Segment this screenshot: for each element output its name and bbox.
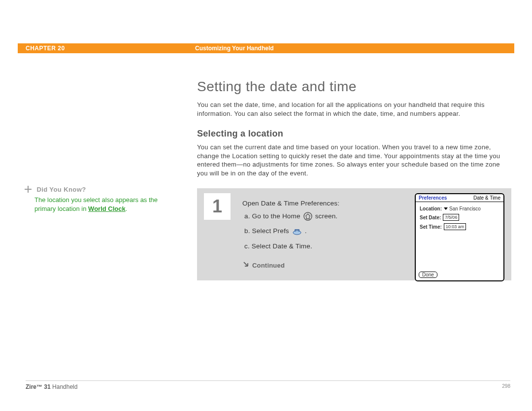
continued-label: Continued [252, 260, 285, 272]
set-date-value[interactable]: 7/5/06 [443, 214, 459, 221]
device-subtitle: Date & Time [473, 195, 500, 201]
did-you-know: Did You Know? The location you select al… [25, 185, 163, 213]
world-clock-link[interactable]: World Clock [88, 205, 126, 212]
svg-point-1 [293, 231, 301, 235]
step-a-post: screen. [315, 212, 338, 220]
footer-product-rest: Handheld [51, 383, 78, 390]
footer-product-bold: Zire™ 31 [26, 383, 51, 390]
step-a-pre: a. Go to the Home [244, 212, 302, 220]
subsection-title: Selecting a location [197, 129, 510, 139]
home-icon [303, 212, 312, 225]
chapter-label: CHAPTER 20 [26, 45, 65, 52]
step-number: 1 [204, 193, 231, 220]
device-body: Location: San Francisco Set Date: 7/5/06… [416, 202, 503, 237]
main-content: Setting the date and time You can set th… [197, 79, 510, 188]
set-date-label: Set Date: [420, 215, 441, 220]
device-screenshot: Preferences Date & Time Location: San Fr… [415, 193, 504, 281]
set-time-value[interactable]: 10:03 am [444, 223, 466, 230]
continued-arrow-icon [242, 260, 249, 272]
did-you-know-label: Did You Know? [36, 186, 86, 193]
section-intro: You can set the date, time, and location… [197, 101, 510, 118]
dyk-suffix: . [126, 205, 128, 212]
step-box: 1 Open Date & Time Preferences: a. Go to… [197, 188, 511, 280]
chapter-header: CHAPTER 20 Customizing Your Handheld [18, 43, 514, 53]
chevron-down-icon[interactable] [444, 207, 448, 210]
footer-rule [26, 380, 510, 381]
step-b-post: . [305, 227, 307, 235]
footer-product: Zire™ 31 Handheld [26, 383, 77, 390]
location-value[interactable]: San Francisco [449, 206, 481, 211]
chapter-title: Customizing Your Handheld [195, 45, 274, 52]
done-button[interactable]: Done [419, 272, 437, 278]
device-header: Preferences Date & Time [416, 194, 503, 202]
device-title: Preferences [419, 195, 447, 201]
plus-icon [25, 186, 32, 193]
subsection-body: You can set the current date and time ba… [197, 143, 510, 177]
device-time-row: Set Time: 10:03 am [420, 223, 499, 230]
location-label: Location: [420, 206, 442, 211]
did-you-know-text: The location you select also appears as … [25, 196, 163, 213]
page-number: 298 [502, 383, 510, 389]
step-b-pre: b. Select Prefs [244, 227, 291, 235]
device-date-row: Set Date: 7/5/06 [420, 214, 499, 221]
device-location-row: Location: San Francisco [420, 206, 499, 211]
section-title: Setting the date and time [197, 79, 510, 95]
prefs-icon [292, 227, 302, 240]
set-time-label: Set Time: [420, 224, 442, 230]
